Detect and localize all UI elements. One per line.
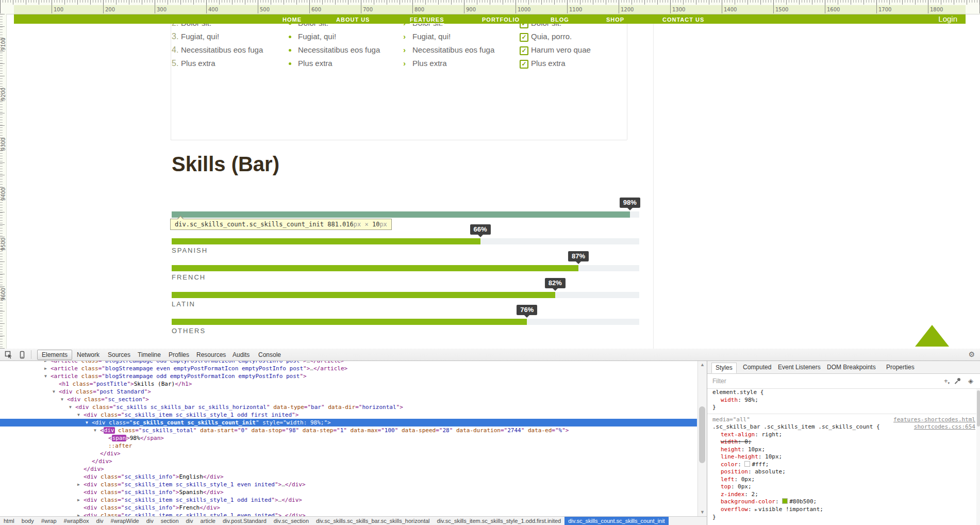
styles-scrollbar[interactable] (976, 389, 980, 525)
breadcrumb-item[interactable]: div (143, 517, 157, 525)
devtools-tab-console[interactable]: Console (254, 350, 286, 360)
breadcrumb-item[interactable]: body (18, 517, 38, 525)
style-declaration[interactable]: text-align: right; (707, 431, 980, 439)
breadcrumb-item[interactable]: div.post.Standard (219, 517, 270, 525)
stylesheet-link[interactable]: features-shortcodes.html (893, 416, 975, 424)
style-declaration[interactable]: position: absolute; (707, 468, 980, 476)
style-declaration[interactable]: width: 0; (707, 438, 980, 446)
dom-tree-row[interactable]: ▶<div class="sc_skills_item sc_skills_st… (0, 512, 697, 516)
dom-tree-row[interactable]: <div class="sc_skills_info">English</div… (0, 473, 697, 481)
breadcrumb-item[interactable]: #wrapWide (107, 517, 143, 525)
scroll-to-top-button[interactable] (915, 325, 949, 347)
dom-tree-row[interactable]: ▼<div class="sc_skills_item sc_skills_st… (0, 411, 697, 419)
scrollbar-thumb[interactable] (699, 406, 705, 463)
nav-item-portfolio[interactable]: PORTFOLIO (482, 17, 520, 23)
devtools-tab-sources[interactable]: Sources (103, 350, 135, 360)
devtools-tab-timeline[interactable]: Timeline (133, 350, 165, 360)
device-mode-icon[interactable] (16, 350, 28, 359)
style-declaration[interactable]: background-color: #80b500; (707, 498, 980, 506)
breadcrumb-item[interactable]: #wrap (38, 517, 60, 525)
scroll-up-arrow[interactable]: ▲ (698, 361, 707, 369)
dom-tree-row[interactable]: ▼<div class="sc_skills_total" data-start… (0, 426, 697, 434)
sidebar-tab-styles[interactable]: Styles (711, 363, 737, 373)
login-link[interactable]: Login (938, 14, 957, 23)
expand-arrow-closed-icon[interactable]: ▶ (77, 512, 80, 516)
dom-tree-row[interactable]: ▼<article class="blogStreampage odd empt… (0, 372, 697, 380)
rule-media[interactable]: media="all"features-shortcodes.html (707, 416, 980, 424)
dom-tree-row[interactable]: ▶<article class="blogStreampage odd empt… (0, 361, 697, 365)
dom-tree-row[interactable]: <div class="sc_skills_info">Spanish</div… (0, 488, 697, 496)
breadcrumb-item[interactable]: div.sc_skills_count.sc_skills_count_init (564, 517, 669, 525)
rule-close[interactable]: } (707, 514, 980, 521)
dom-tree-row[interactable]: ▼<div class="sc_section"> (0, 396, 697, 403)
breadcrumb-item[interactable]: div (182, 517, 197, 525)
devtools-tab-profiles[interactable]: Profiles (164, 350, 194, 360)
devtools-tab-elements[interactable]: Elements (37, 350, 72, 360)
breadcrumb-item[interactable]: div (93, 517, 107, 525)
style-declaration[interactable]: width: 98%; (707, 397, 980, 404)
nav-item-shop[interactable]: SHOP (606, 17, 624, 23)
dom-tree-row[interactable]: ▼<div class="sc_skills sc_skills_bar sc_… (0, 403, 697, 411)
devtools-tab-network[interactable]: Network (72, 350, 104, 360)
new-style-rule-icon[interactable]: +▾ (944, 377, 950, 385)
dom-tree-row[interactable]: <div class="sc_skills_info">French</div> (0, 504, 697, 512)
inspect-element-icon[interactable] (3, 350, 14, 359)
breadcrumb-item[interactable]: div.sc_skills.sc_skills_bar.sc_skills_ho… (312, 517, 433, 525)
expand-arrow-open-icon[interactable]: ▼ (44, 372, 47, 380)
elements-scrollbar[interactable]: ▲ ▼ (697, 361, 707, 516)
element-style-selector[interactable]: element.style { (707, 389, 980, 397)
expand-arrow-closed-icon[interactable]: ▶ (44, 365, 47, 372)
breadcrumb-item[interactable]: html (0, 517, 18, 525)
dom-tree-row[interactable]: <span>98%</span> (0, 434, 697, 442)
expand-arrow-open-icon[interactable]: ▼ (86, 419, 88, 426)
nav-item-blog[interactable]: BLOG (551, 17, 569, 23)
dom-tree-row[interactable]: ▼<div class="post Standard"> (0, 388, 697, 396)
expand-arrow-closed-icon[interactable]: ▶ (77, 481, 80, 488)
style-declaration[interactable]: height: 10px; (707, 446, 980, 454)
breadcrumb-item[interactable]: section (157, 517, 182, 525)
toggle-element-state-pin-icon[interactable] (955, 378, 961, 384)
dom-tree-row-selected[interactable]: ▼<div class="sc_skills_count sc_skills_c… (0, 419, 697, 426)
breadcrumb-item[interactable]: article (197, 517, 219, 525)
nav-item-features[interactable]: FEATURES (410, 17, 444, 23)
dom-tree-row[interactable]: <h1 class="postTitle">Skills (Bar)</h1> (0, 380, 697, 388)
expand-arrow-open-icon[interactable]: ▼ (94, 426, 96, 434)
scroll-down-arrow[interactable]: ▼ (698, 508, 707, 516)
style-declaration[interactable]: color: #fff; (707, 461, 980, 469)
sidebar-tab-event-listeners[interactable]: Event Listeners (774, 363, 824, 372)
element-style-close[interactable]: } (707, 404, 980, 412)
nav-item-home[interactable]: HOME (283, 17, 302, 23)
breadcrumb-item[interactable]: div.sc_skills_item.sc_skills_style_1.odd… (434, 517, 565, 525)
dom-tree-row[interactable]: </div> (0, 457, 697, 465)
nav-item-about-us[interactable]: ABOUT US (336, 17, 370, 23)
expand-arrow-closed-icon[interactable]: ▶ (77, 496, 80, 504)
dom-tree-row[interactable]: </div> (0, 465, 697, 473)
breadcrumb-item[interactable]: #wrapBox (60, 517, 93, 525)
settings-gear-icon[interactable]: ⚙ (968, 350, 975, 358)
expand-arrow-closed-icon[interactable]: ▶ (44, 361, 47, 365)
expand-arrow-open-icon[interactable]: ▼ (77, 411, 80, 419)
dom-tree-row[interactable]: ▶<article class="blogStreampage even emp… (0, 365, 697, 372)
sidebar-tab-properties[interactable]: Properties (883, 363, 918, 372)
expand-arrow-open-icon[interactable]: ▼ (61, 396, 63, 403)
style-declaration[interactable]: overflow: ▶visible !important; (707, 506, 980, 514)
style-declaration[interactable]: left: 0px; (707, 476, 980, 484)
style-declaration[interactable]: z-index: 2; (707, 491, 980, 499)
target-diamond-icon[interactable]: ◈ (968, 377, 973, 385)
dom-tree-row[interactable]: ::after (0, 442, 697, 450)
sidebar-tab-dom-breakpoints[interactable]: DOM Breakpoints (823, 363, 879, 372)
dom-tree-row[interactable]: ▶<div class="sc_skills_item sc_skills_st… (0, 496, 697, 504)
sidebar-tab-computed[interactable]: Computed (739, 363, 775, 372)
expand-arrow-open-icon[interactable]: ▼ (69, 403, 72, 411)
style-declaration[interactable]: line-height: 10px; (707, 453, 980, 461)
nav-item-contact-us[interactable]: CONTACT US (662, 17, 704, 23)
rule-selector[interactable]: .sc_skills_bar .sc_skills_item .sc_skill… (707, 423, 980, 431)
devtools-tab-resources[interactable]: Resources (192, 350, 230, 360)
filter-input[interactable]: Filter (712, 378, 726, 385)
stylesheet-line-link[interactable]: shortcodes.css:654 (914, 423, 975, 431)
devtools-tab-audits[interactable]: Audits (228, 350, 254, 360)
expand-arrow-open-icon[interactable]: ▼ (53, 388, 55, 396)
style-declaration[interactable]: top: 0px; (707, 483, 980, 491)
dom-tree-row[interactable]: </div> (0, 450, 697, 457)
dom-tree-row[interactable]: ▶<div class="sc_skills_item sc_skills_st… (0, 481, 697, 488)
